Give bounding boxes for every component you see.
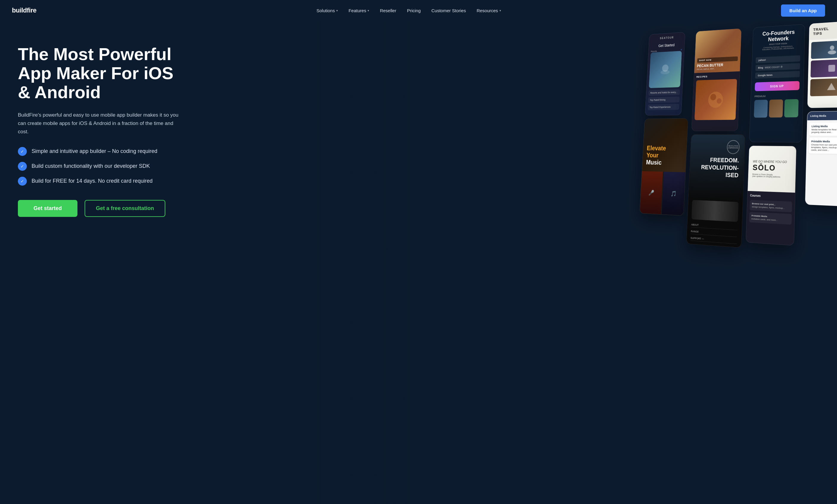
music-phone: Elevate Your Music 🎤 🎵 Audition Wall Sho… (640, 118, 688, 216)
performers-section: 🎤 🎵 (640, 171, 686, 216)
courses-label: Courses (750, 194, 792, 199)
svg-point-0 (662, 64, 669, 72)
recipes-image (694, 79, 737, 120)
rv-menu-about: ABOUT (691, 222, 738, 230)
seatour-get-started: Get Started (649, 41, 685, 50)
hero-buttons: Get started Get a free consultation (18, 200, 185, 217)
cofounders-phone: Co-FoundersNetwork BUILD YOUR VISION Con… (749, 24, 805, 143)
rv-menu: ABOUT RANGE SUPPORT — REFERRAL (686, 219, 742, 248)
cf-signup-btn[interactable]: SIGN UP (755, 81, 800, 91)
music-footer: Audition Wall Show Finder (640, 213, 683, 216)
rv-headline: FREEDOM.REVOLUTION-ISED (700, 156, 739, 180)
cf-google: Google News (755, 71, 800, 78)
nav-item-reseller[interactable]: Reseller (380, 8, 396, 13)
solo-courses: Courses Browse our vast print... design … (746, 191, 795, 228)
product-subtitle: PECAN, MAPLE, HINT... (697, 67, 737, 71)
phone-col-3: Co-FoundersNetwork BUILD YOUR VISION Con… (746, 24, 805, 246)
music-label: Music (646, 158, 682, 167)
hero-content: The Most Powerful App Maker For iOS & An… (0, 21, 202, 235)
svg-marker-8 (827, 83, 836, 90)
travel-img-1 (811, 40, 837, 59)
travel-phone: TRAVELTIPS (807, 21, 837, 108)
navbar: buildfire Solutions ▾ Features ▾ Reselle… (0, 0, 837, 21)
nav-item-customer-stories[interactable]: Customer Stories (431, 8, 466, 13)
solo-phone: WE GO WHERE YOU GO SŌLO Browse or Fiverr… (746, 146, 797, 246)
rv-badge: REVOLUTIONCAMPERVANS (727, 140, 740, 154)
svg-point-4 (717, 98, 722, 104)
check-icon-1: ✓ (18, 147, 27, 156)
solo-tagline: Browse or Fiverr-Shopifyplan updates on … (752, 173, 791, 178)
cf-subtitle: BUILD YOUR VISION (756, 42, 801, 46)
feature-item-1: ✓ Simple and intuitive app builder – No … (18, 147, 185, 156)
get-started-button[interactable]: Get started (18, 200, 77, 217)
cf-people (750, 99, 803, 118)
hero-features-list: ✓ Simple and intuitive app builder – No … (18, 147, 185, 186)
chevron-down-icon: ▾ (368, 9, 369, 12)
rv-menu-support: SUPPORT — (691, 235, 737, 244)
music-bg: Elevate Your Music (642, 119, 688, 172)
cf-desc: Connecting Startups, Entrepreneurs,Educa… (756, 44, 800, 51)
your-text: Your (646, 152, 683, 159)
cf-title: Co-FoundersNetwork (756, 29, 801, 43)
rv-menu-range: RANGE (691, 229, 737, 237)
listing-item-2: Printable Media Choose from our vast pri… (809, 138, 837, 154)
travel-title: TRAVELTIPS (813, 25, 837, 36)
logo-text: buildfire (12, 6, 36, 14)
hero-visuals: SEATOUR Get Started Resorts ≡ Resorts an… (311, 21, 837, 504)
solo-go-text: WE GO WHERE YOU GO (753, 160, 791, 164)
shop-now-badge: SHOP NOW (697, 56, 738, 63)
cf-bing: Bing WIDE COAST ℗ (755, 63, 800, 71)
cf-header: Co-FoundersNetwork BUILD YOUR VISION Con… (752, 24, 805, 55)
menu-item-resorts: Resorts and hotels for every... (648, 89, 680, 96)
menu-item-exp: Top Rated Experiences (647, 104, 679, 110)
svg-point-2 (708, 91, 723, 108)
phones-container: SEATOUR Get Started Resorts ≡ Resorts an… (638, 21, 837, 256)
solo-course-2: Printable Media invitation cards, and mo… (749, 212, 792, 225)
solo-course-1: Browse our vast print... design template… (750, 200, 792, 212)
solo-hero: WE GO WHERE YOU GO SŌLO Browse or Fiverr… (748, 146, 796, 193)
gradient-overlay (310, 21, 837, 504)
seatour-header: SEATOUR (649, 32, 685, 43)
build-app-button[interactable]: Build an App (781, 4, 825, 17)
hero-title: The Most Powerful App Maker For iOS & An… (18, 44, 185, 101)
chevron-down-icon: ▾ (500, 9, 501, 12)
nav-links: Solutions ▾ Features ▾ Reseller Pricing … (316, 8, 501, 13)
seatour-image (649, 51, 682, 88)
listing-header: Listing Media (807, 111, 837, 120)
nav-item-solutions[interactable]: Solutions ▾ (316, 8, 338, 13)
performer-1: 🎤 (640, 171, 663, 215)
food-phone: SHOP NOW PECAN BUTTER PECAN, MAPLE, HINT… (691, 28, 742, 131)
nav-item-resources[interactable]: Resources ▾ (477, 8, 501, 13)
hero-section: The Most Powerful App Maker For iOS & An… (0, 21, 837, 504)
cf-premium-label: PREMIUM (751, 94, 803, 100)
svg-point-6 (828, 50, 836, 55)
travel-header: TRAVELTIPS (809, 21, 837, 40)
seatour-phone: SEATOUR Get Started Resorts ≡ Resorts an… (645, 32, 685, 116)
chevron-down-icon: ▾ (336, 9, 338, 12)
phone-col-4: TRAVELTIPS (805, 21, 837, 207)
listing-item-1: Listing Media Media templates for Real E… (809, 122, 837, 136)
cf-person-2 (769, 99, 783, 117)
check-icon-3: ✓ (18, 177, 27, 186)
brand-logo[interactable]: buildfire (12, 6, 36, 14)
feature-item-3: ✓ Build for FREE for 14 days. No credit … (18, 177, 185, 186)
travel-img-3 (810, 78, 837, 96)
cf-person-3 (784, 99, 799, 117)
phone-col-2: SHOP NOW PECAN BUTTER PECAN, MAPLE, HINT… (686, 28, 749, 248)
listing-items: Listing Media Media templates for Real E… (807, 120, 837, 156)
solo-brand: SŌLO (752, 163, 791, 173)
nav-item-features[interactable]: Features ▾ (349, 8, 369, 13)
free-consultation-button[interactable]: Get a free consultation (85, 200, 165, 217)
product-name: PECAN BUTTER (697, 62, 737, 68)
travel-img-2 (811, 59, 837, 78)
performer-2: 🎵 (662, 172, 685, 216)
check-icon-2: ✓ (18, 162, 27, 171)
rv-hero: REVOLUTIONCAMPERVANS FREEDOM.REVOLUTION-… (688, 134, 745, 202)
svg-point-3 (710, 94, 716, 100)
phone-col-1: SEATOUR Get Started Resorts ≡ Resorts an… (640, 32, 692, 216)
nav-item-pricing[interactable]: Pricing (407, 8, 421, 13)
rv-menu-referral: REFERRAL (690, 242, 737, 248)
listing-phone: Listing Media Listing Media Media templa… (805, 111, 837, 207)
travel-images (808, 37, 837, 99)
recipes-label: RECIPES (696, 74, 737, 78)
